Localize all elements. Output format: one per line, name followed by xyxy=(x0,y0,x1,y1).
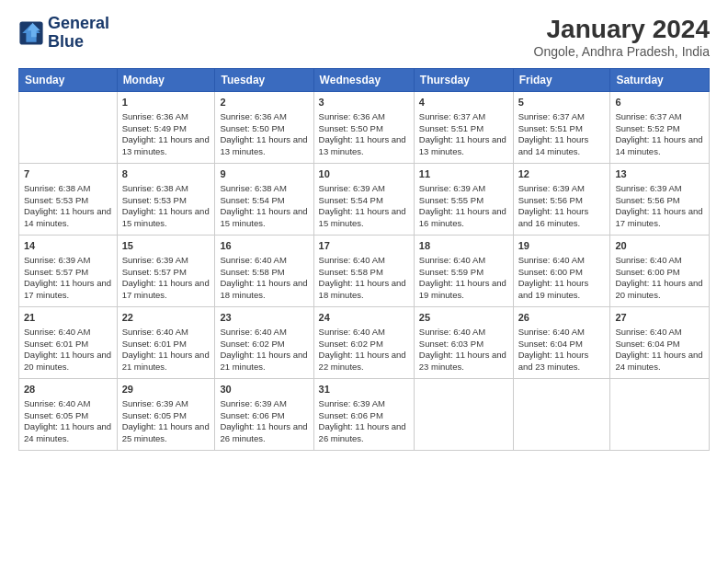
day-number: 26 xyxy=(518,311,606,325)
daylight-text: Daylight: 11 hours and 13 minutes. xyxy=(122,134,210,158)
daylight-text: Daylight: 11 hours and 13 minutes. xyxy=(220,134,308,158)
day-cell xyxy=(19,92,118,164)
sunset-text: Sunset: 6:00 PM xyxy=(615,267,704,279)
daylight-text: Daylight: 11 hours and 24 minutes. xyxy=(615,350,704,373)
day-cell: 16Sunrise: 6:40 AMSunset: 5:58 PMDayligh… xyxy=(215,236,313,307)
daylight-text: Daylight: 11 hours and 19 minutes. xyxy=(518,278,606,302)
sunrise-text: Sunrise: 6:38 AM xyxy=(220,183,308,195)
sunset-text: Sunset: 5:51 PM xyxy=(518,123,606,135)
daylight-text: Daylight: 11 hours and 14 minutes. xyxy=(24,206,112,230)
sunset-text: Sunset: 6:06 PM xyxy=(220,410,308,422)
day-number: 18 xyxy=(419,239,508,253)
daylight-text: Daylight: 11 hours and 14 minutes. xyxy=(518,134,606,158)
sunset-text: Sunset: 6:06 PM xyxy=(319,410,409,422)
daylight-text: Daylight: 11 hours and 15 minutes. xyxy=(220,206,308,230)
sunrise-text: Sunrise: 6:40 AM xyxy=(615,255,704,267)
sub-title: Ongole, Andhra Pradesh, India xyxy=(534,44,710,59)
logo: General Blue xyxy=(18,15,109,52)
day-cell: 30Sunrise: 6:39 AMSunset: 6:06 PMDayligh… xyxy=(215,379,313,451)
daylight-text: Daylight: 11 hours and 23 minutes. xyxy=(419,350,508,373)
day-cell: 26Sunrise: 6:40 AMSunset: 6:04 PMDayligh… xyxy=(513,307,610,379)
day-cell: 2Sunrise: 6:36 AMSunset: 5:50 PMDaylight… xyxy=(215,92,313,164)
day-number: 10 xyxy=(319,167,409,181)
sunset-text: Sunset: 5:50 PM xyxy=(319,123,409,135)
day-cell: 18Sunrise: 6:40 AMSunset: 5:59 PMDayligh… xyxy=(414,236,513,307)
day-cell: 14Sunrise: 6:39 AMSunset: 5:57 PMDayligh… xyxy=(19,236,118,307)
sunset-text: Sunset: 6:04 PM xyxy=(518,339,606,350)
daylight-text: Daylight: 11 hours and 17 minutes. xyxy=(122,278,210,302)
day-number: 15 xyxy=(122,239,210,253)
sunrise-text: Sunrise: 6:38 AM xyxy=(24,183,112,195)
header-cell-tuesday: Tuesday xyxy=(215,69,313,92)
day-cell: 12Sunrise: 6:39 AMSunset: 5:56 PMDayligh… xyxy=(513,164,610,236)
day-cell: 8Sunrise: 6:38 AMSunset: 5:53 PMDaylight… xyxy=(117,164,215,236)
daylight-text: Daylight: 11 hours and 19 minutes. xyxy=(419,278,508,302)
sunrise-text: Sunrise: 6:38 AM xyxy=(122,183,210,195)
sunset-text: Sunset: 5:52 PM xyxy=(615,123,704,135)
page: General Blue January 2024 Ongole, Andhra… xyxy=(0,0,728,563)
day-cell: 15Sunrise: 6:39 AMSunset: 5:57 PMDayligh… xyxy=(117,236,215,307)
sunrise-text: Sunrise: 6:39 AM xyxy=(122,398,210,410)
daylight-text: Daylight: 11 hours and 18 minutes. xyxy=(319,278,409,302)
sunrise-text: Sunrise: 6:40 AM xyxy=(220,327,308,339)
sunrise-text: Sunrise: 6:40 AM xyxy=(615,327,704,339)
sunrise-text: Sunrise: 6:40 AM xyxy=(24,327,112,339)
day-cell: 23Sunrise: 6:40 AMSunset: 6:02 PMDayligh… xyxy=(215,307,313,379)
header-row: SundayMondayTuesdayWednesdayThursdayFrid… xyxy=(19,69,710,92)
day-cell: 3Sunrise: 6:36 AMSunset: 5:50 PMDaylight… xyxy=(313,92,414,164)
daylight-text: Daylight: 11 hours and 13 minutes. xyxy=(319,134,409,158)
day-number: 27 xyxy=(615,311,704,325)
daylight-text: Daylight: 11 hours and 16 minutes. xyxy=(518,206,606,230)
header-cell-friday: Friday xyxy=(513,69,610,92)
day-cell xyxy=(414,379,513,451)
day-cell: 28Sunrise: 6:40 AMSunset: 6:05 PMDayligh… xyxy=(19,379,118,451)
sunset-text: Sunset: 5:54 PM xyxy=(220,195,308,207)
sunset-text: Sunset: 5:54 PM xyxy=(319,195,409,207)
day-number: 17 xyxy=(319,239,409,253)
header-cell-saturday: Saturday xyxy=(610,69,710,92)
week-row-3: 21Sunrise: 6:40 AMSunset: 6:01 PMDayligh… xyxy=(19,307,710,379)
sunset-text: Sunset: 6:05 PM xyxy=(24,410,112,422)
header-cell-sunday: Sunday xyxy=(19,69,118,92)
day-number: 22 xyxy=(122,311,210,325)
sunrise-text: Sunrise: 6:40 AM xyxy=(518,255,606,267)
day-number: 3 xyxy=(319,96,409,109)
title-block: January 2024 Ongole, Andhra Pradesh, Ind… xyxy=(534,15,710,59)
daylight-text: Daylight: 11 hours and 15 minutes. xyxy=(319,206,409,230)
day-cell: 5Sunrise: 6:37 AMSunset: 5:51 PMDaylight… xyxy=(513,92,610,164)
sunset-text: Sunset: 6:04 PM xyxy=(615,339,704,350)
calendar-header: SundayMondayTuesdayWednesdayThursdayFrid… xyxy=(19,69,710,92)
day-number: 24 xyxy=(319,311,409,325)
day-cell: 9Sunrise: 6:38 AMSunset: 5:54 PMDaylight… xyxy=(215,164,313,236)
day-number: 5 xyxy=(518,96,606,109)
sunset-text: Sunset: 6:02 PM xyxy=(220,339,308,350)
day-number: 14 xyxy=(24,239,112,253)
daylight-text: Daylight: 11 hours and 26 minutes. xyxy=(319,421,409,445)
header: General Blue January 2024 Ongole, Andhra… xyxy=(18,15,710,59)
header-cell-thursday: Thursday xyxy=(414,69,513,92)
day-cell: 11Sunrise: 6:39 AMSunset: 5:55 PMDayligh… xyxy=(414,164,513,236)
sunset-text: Sunset: 5:57 PM xyxy=(24,267,112,279)
sunrise-text: Sunrise: 6:40 AM xyxy=(319,327,409,339)
daylight-text: Daylight: 11 hours and 21 minutes. xyxy=(122,350,210,373)
daylight-text: Daylight: 11 hours and 20 minutes. xyxy=(615,278,704,302)
week-row-2: 14Sunrise: 6:39 AMSunset: 5:57 PMDayligh… xyxy=(19,236,710,307)
day-cell: 27Sunrise: 6:40 AMSunset: 6:04 PMDayligh… xyxy=(610,307,710,379)
day-number: 7 xyxy=(24,167,112,181)
sunrise-text: Sunrise: 6:37 AM xyxy=(615,111,704,123)
day-cell xyxy=(513,379,610,451)
calendar-body: 1Sunrise: 6:36 AMSunset: 5:49 PMDaylight… xyxy=(19,92,710,451)
daylight-text: Daylight: 11 hours and 17 minutes. xyxy=(24,278,112,302)
logo-text: General Blue xyxy=(48,15,109,52)
sunrise-text: Sunrise: 6:40 AM xyxy=(24,398,112,410)
day-cell: 29Sunrise: 6:39 AMSunset: 6:05 PMDayligh… xyxy=(117,379,215,451)
sunset-text: Sunset: 5:59 PM xyxy=(419,267,508,279)
day-number: 20 xyxy=(615,239,704,253)
sunset-text: Sunset: 5:50 PM xyxy=(220,123,308,135)
day-number: 2 xyxy=(220,96,308,109)
week-row-1: 7Sunrise: 6:38 AMSunset: 5:53 PMDaylight… xyxy=(19,164,710,236)
day-cell: 7Sunrise: 6:38 AMSunset: 5:53 PMDaylight… xyxy=(19,164,118,236)
day-number: 28 xyxy=(24,383,112,396)
header-cell-monday: Monday xyxy=(117,69,215,92)
day-number: 21 xyxy=(24,311,112,325)
